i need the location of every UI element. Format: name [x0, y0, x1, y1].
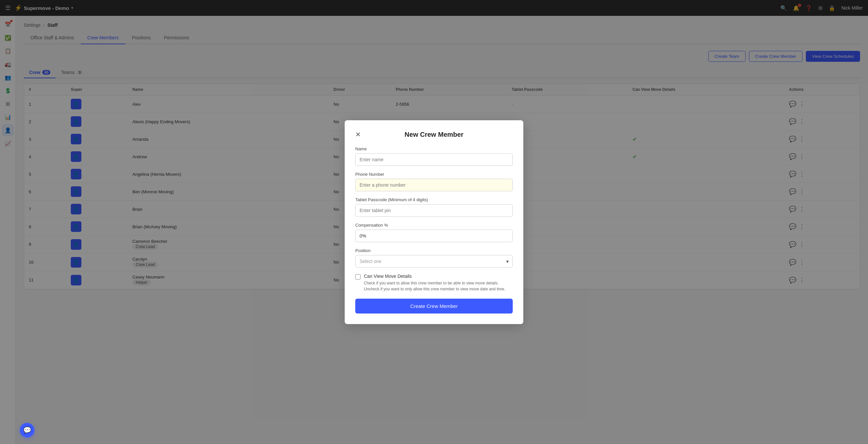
new-crew-member-modal: ✕ New Crew Member Name Phone Number Tabl…: [345, 120, 523, 324]
chat-bubble-button[interactable]: 💬: [20, 423, 34, 437]
passcode-label: Tablet Passcode (Minimum of 4 digits): [355, 197, 513, 202]
name-field-group: Name: [355, 146, 513, 166]
passcode-input[interactable]: [355, 204, 513, 217]
phone-label: Phone Number: [355, 172, 513, 177]
name-label: Name: [355, 146, 513, 151]
phone-field-group: Phone Number: [355, 172, 513, 191]
modal-header: ✕ New Crew Member: [355, 131, 513, 138]
modal-title: New Crew Member: [405, 131, 463, 138]
can-view-checkbox[interactable]: [355, 274, 361, 279]
name-input[interactable]: [355, 153, 513, 166]
passcode-field-group: Tablet Passcode (Minimum of 4 digits): [355, 197, 513, 217]
can-view-title: Can View Move Details: [364, 274, 513, 279]
compensation-input[interactable]: [355, 230, 513, 242]
phone-input[interactable]: [355, 179, 513, 191]
position-select[interactable]: Select one: [355, 255, 513, 268]
position-label: Position: [355, 248, 513, 253]
compensation-field-group: Compensation %: [355, 223, 513, 242]
can-view-checkbox-row: Can View Move Details Check if you want …: [355, 274, 513, 292]
create-crew-member-submit-button[interactable]: Create Crew Member: [355, 299, 513, 313]
modal-overlay[interactable]: ✕ New Crew Member Name Phone Number Tabl…: [0, 0, 868, 444]
position-select-wrap: Select one ▾: [355, 255, 513, 268]
modal-close-button[interactable]: ✕: [355, 131, 361, 138]
compensation-label: Compensation %: [355, 223, 513, 228]
can-view-label-block: Can View Move Details Check if you want …: [364, 274, 513, 292]
can-view-desc: Check if you want to allow this crew mem…: [364, 280, 513, 292]
position-field-group: Position Select one ▾: [355, 248, 513, 268]
